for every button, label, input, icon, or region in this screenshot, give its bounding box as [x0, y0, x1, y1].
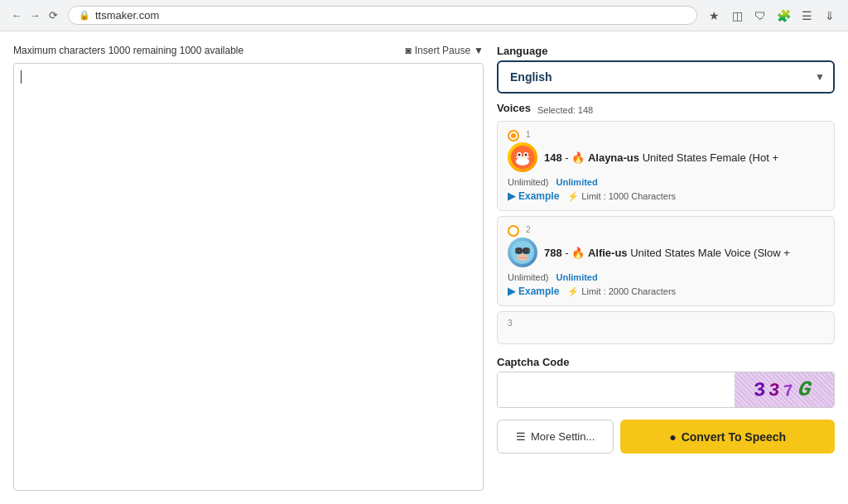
- svg-point-2: [516, 157, 529, 166]
- voice-badge-2: Unlimited: [556, 272, 598, 282]
- language-dropdown-container: English ▼: [497, 60, 835, 94]
- voice-desc-2: United States Male Voice (Slow +: [630, 247, 790, 259]
- more-settings-button[interactable]: ☰ More Settin...: [497, 420, 614, 454]
- captcha-input[interactable]: [498, 372, 735, 407]
- voice-avatar-2: [508, 238, 537, 267]
- voices-list: 1: [497, 121, 835, 344]
- download-browser-icon[interactable]: ⇓: [822, 7, 838, 24]
- voice-avatar-1: [508, 142, 537, 172]
- reload-icon[interactable]: ⟳: [46, 9, 60, 22]
- more-settings-label: More Settin...: [531, 430, 595, 443]
- language-section: Language English ▼: [497, 45, 835, 94]
- nav-icons: ← → ⟳: [10, 9, 60, 22]
- voice-title-2: Alfie-us: [588, 247, 628, 259]
- menu-browser-icon[interactable]: ☰: [798, 7, 815, 24]
- voice-card-3[interactable]: 3: [497, 311, 835, 344]
- language-select[interactable]: English: [497, 60, 835, 94]
- voice-name-2: 788 - 🔥 Alfie-us United States Male Voic…: [544, 247, 790, 259]
- convert-to-speech-button[interactable]: ● Convert To Speech: [620, 420, 835, 454]
- voice-footer-1: ▶ Example ⚡ Limit : 1000 Characters: [508, 190, 824, 202]
- limit-text-2: Limit : 2000 Characters: [581, 286, 676, 296]
- bookmark-icon[interactable]: ★: [706, 7, 722, 24]
- voices-header: Voices Selected: 148: [497, 102, 835, 118]
- voice-radio-2[interactable]: [508, 225, 519, 237]
- voice-example-btn-1[interactable]: ▶ Example: [508, 190, 559, 202]
- captcha-text: 337G: [753, 377, 816, 402]
- insert-pause-label: Insert Pause: [415, 45, 470, 56]
- example-label-2: Example: [518, 286, 559, 297]
- voice-number-3: 3: [508, 319, 824, 328]
- voice-radio-1[interactable]: [508, 130, 519, 142]
- voices-section: Voices Selected: 148 1: [497, 102, 835, 344]
- captcha-input-row: 337G: [497, 372, 835, 408]
- voices-selected-badge: Selected: 148: [537, 105, 593, 115]
- voice-limit-2: ⚡ Limit : 2000 Characters: [567, 286, 676, 297]
- screenshot-icon[interactable]: ◫: [729, 7, 745, 24]
- voice-header-1: 148 - 🔥 Alayna-us United States Female (…: [508, 142, 824, 172]
- convert-icon: ●: [669, 430, 676, 444]
- captcha-section: Captcha Code 337G: [497, 356, 835, 408]
- char-info-text: Maximum characters 1000 remaining 1000 a…: [13, 45, 243, 56]
- bottom-buttons: ☰ More Settin... ● Convert To Speech: [497, 420, 835, 454]
- voice-footer-2: ▶ Example ⚡ Limit : 2000 Characters: [508, 286, 824, 297]
- voice-example-btn-2[interactable]: ▶ Example: [508, 286, 559, 297]
- play-icon-1: ▶: [508, 190, 515, 202]
- example-label-1: Example: [518, 190, 559, 202]
- voice-unlimited-1: Unlimited) Unlimited: [508, 177, 824, 187]
- voice-id-2: 788: [544, 247, 562, 259]
- text-input-area[interactable]: [13, 63, 484, 491]
- text-cursor: [21, 70, 22, 84]
- voice-number-1: 1: [526, 130, 824, 139]
- svg-point-12: [525, 250, 528, 252]
- svg-point-5: [518, 154, 521, 156]
- browser-chrome: ← → ⟳ 🔒 ttsmaker.com ★ ◫ 🛡 🧩 ☰ ⇓: [0, 0, 848, 31]
- voice-number-2: 2: [526, 225, 824, 234]
- svg-point-6: [525, 154, 528, 156]
- lock-icon: 🔒: [79, 10, 90, 21]
- shield-browser-icon[interactable]: 🛡: [752, 7, 768, 24]
- address-bar[interactable]: 🔒 ttsmaker.com: [68, 6, 697, 25]
- voice-header-2: 788 - 🔥 Alfie-us United States Male Voic…: [508, 238, 824, 267]
- language-label: Language: [497, 45, 835, 57]
- back-icon[interactable]: ←: [10, 9, 23, 22]
- limit-icon-2: ⚡: [567, 286, 579, 297]
- limit-text-1: Limit : 1000 Characters: [581, 191, 676, 201]
- voice-title-1: Alayna-us: [588, 151, 639, 164]
- voice-card-2[interactable]: 2: [497, 216, 835, 306]
- char-info-bar: Maximum characters 1000 remaining 1000 a…: [13, 45, 484, 56]
- voice-card-1[interactable]: 1: [497, 121, 835, 211]
- forward-icon[interactable]: →: [28, 9, 41, 22]
- captcha-image: 337G: [735, 372, 834, 407]
- voice-id-1: 148: [544, 151, 562, 164]
- svg-point-11: [518, 250, 521, 252]
- voice-unlimited-2: Unlimited) Unlimited: [508, 272, 824, 282]
- voice-desc-1: United States Female (Hot +: [643, 151, 778, 164]
- insert-pause-icon: ◙: [405, 45, 411, 56]
- voice-limit-1: ⚡ Limit : 1000 Characters: [567, 191, 676, 202]
- left-panel: Maximum characters 1000 remaining 1000 a…: [13, 45, 484, 491]
- insert-pause-button[interactable]: ◙ Insert Pause ▼: [405, 45, 484, 56]
- settings-icon: ☰: [516, 430, 526, 443]
- play-icon-2: ▶: [508, 286, 515, 297]
- browser-action-icons: ★ ◫ 🛡 🧩 ☰ ⇓: [706, 7, 838, 24]
- captcha-label: Captcha Code: [497, 356, 835, 368]
- insert-pause-chevron: ▼: [474, 45, 484, 56]
- page-content: Maximum characters 1000 remaining 1000 a…: [0, 31, 848, 504]
- url-text: ttsmaker.com: [95, 9, 159, 22]
- voices-label: Voices: [497, 102, 531, 114]
- voice-badge-1: Unlimited: [556, 177, 598, 187]
- right-panel: Language English ▼ Voices Selected: 148 …: [497, 45, 835, 491]
- voice-name-1: 148 - 🔥 Alayna-us United States Female (…: [544, 151, 778, 164]
- puzzle-browser-icon[interactable]: 🧩: [775, 7, 792, 24]
- convert-label: Convert To Speech: [682, 430, 787, 444]
- limit-icon-1: ⚡: [567, 191, 579, 202]
